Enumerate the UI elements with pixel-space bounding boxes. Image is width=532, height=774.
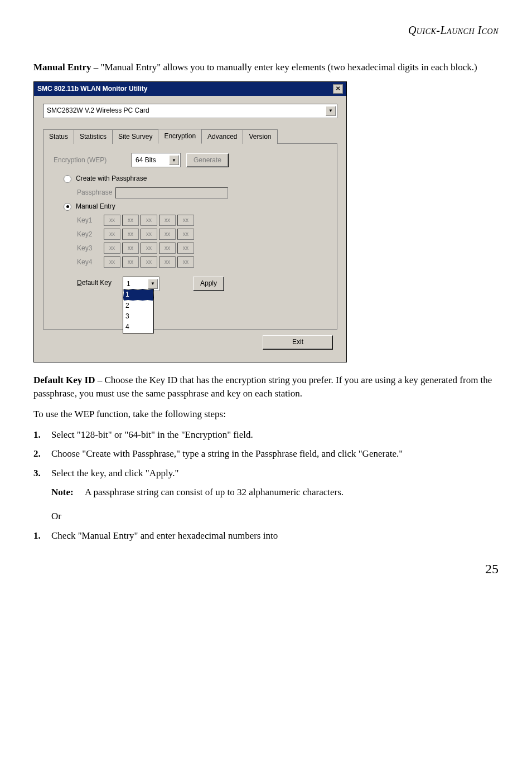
key1-row: Key1 xx xx xx xx xx: [77, 215, 327, 226]
radio-manual-row[interactable]: Manual Entry: [64, 202, 327, 211]
key3-label: Key3: [77, 244, 104, 253]
dialog-window: SMC 802.11b WLAN Monitor Utility ✕ SMC26…: [33, 81, 347, 362]
note-label: Note:: [51, 486, 85, 500]
dropdown-option-4[interactable]: 4: [123, 322, 153, 332]
dialog-titlebar: SMC 802.11b WLAN Monitor Utility ✕: [34, 82, 346, 96]
key4-cell[interactable]: xx: [122, 257, 139, 268]
encryption-bits-select[interactable]: 64 Bits ▼: [132, 153, 181, 167]
key3-cell[interactable]: xx: [122, 243, 139, 254]
steps-list-2: 1. Check "Manual Entry" and enter hexade…: [33, 529, 499, 543]
key1-label: Key1: [77, 216, 104, 225]
key1-cell[interactable]: xx: [141, 215, 157, 226]
key4-label: Key4: [77, 258, 104, 267]
key4-cell[interactable]: xx: [159, 257, 176, 268]
step-number: 3.: [33, 467, 51, 481]
chevron-down-icon[interactable]: ▼: [326, 106, 336, 116]
apply-button[interactable]: Apply: [193, 277, 224, 291]
page-header: Quick-Launch Icon: [33, 22, 499, 38]
dropdown-option-2[interactable]: 2: [123, 301, 153, 311]
step-number: 1.: [33, 529, 51, 543]
radio-passphrase-row[interactable]: Create with Passphrase: [64, 174, 327, 183]
tab-statistics[interactable]: Statistics: [74, 129, 113, 144]
dialog-body: SMC2632W V.2 Wireless PC Card ▼ Status S…: [34, 96, 346, 362]
key2-cell[interactable]: xx: [104, 229, 120, 240]
default-key-dropdown[interactable]: 1 2 3 4: [123, 289, 154, 333]
default-key-value: 1: [127, 279, 130, 289]
key2-cell[interactable]: xx: [159, 229, 176, 240]
close-icon[interactable]: ✕: [333, 84, 343, 94]
default-key-id-text: – Choose the Key ID that has the encrypt…: [33, 375, 492, 399]
step-text: Check "Manual Entry" and enter hexadecim…: [51, 529, 499, 543]
key2-cell[interactable]: xx: [141, 229, 157, 240]
tab-encryption[interactable]: Encryption: [158, 129, 202, 144]
passphrase-row: Passphrase: [77, 187, 327, 199]
step-text: Choose "Create with Passphrase," type a …: [51, 447, 499, 461]
key2-label: Key2: [77, 230, 104, 239]
dropdown-option-3[interactable]: 3: [123, 311, 153, 322]
key4-cell[interactable]: xx: [141, 257, 157, 268]
tab-status[interactable]: Status: [43, 129, 74, 144]
key4-cell[interactable]: xx: [177, 257, 194, 268]
radio-passphrase-label: Create with Passphrase: [76, 174, 147, 183]
default-key-label: Default Key: [77, 277, 123, 288]
step-text: Select "128-bit" or "64-bit" in the "Enc…: [51, 428, 499, 442]
key1-cell[interactable]: xx: [104, 215, 120, 226]
passphrase-label: Passphrase: [77, 188, 112, 197]
generate-button[interactable]: Generate: [186, 153, 229, 167]
key3-cell[interactable]: xx: [159, 243, 176, 254]
card-select[interactable]: SMC2632W V.2 Wireless PC Card ▼: [43, 104, 337, 118]
chevron-down-icon[interactable]: ▼: [148, 279, 158, 289]
wep-intro: To use the WEP function, take the follow…: [33, 408, 499, 422]
key2-cell[interactable]: xx: [122, 229, 139, 240]
intro-paragraph: Manual Entry – "Manual Entry" allows you…: [33, 61, 499, 75]
steps-list: 1. Select "128-bit" or "64-bit" in the "…: [33, 428, 499, 481]
tab-version[interactable]: Version: [243, 129, 277, 144]
default-key-row: Default Key 1 ▼ 1 2 3 4 Apply: [77, 277, 327, 291]
key1-cell[interactable]: xx: [159, 215, 176, 226]
step-number: 1.: [33, 428, 51, 442]
note-row: Note: A passphrase string can consist of…: [51, 486, 499, 500]
key3-row: Key3 xx xx xx xx xx: [77, 243, 327, 254]
tab-panel-encryption: Encryption (WEP) 64 Bits ▼ Generate Crea…: [43, 144, 337, 330]
radio-manual-label: Manual Entry: [76, 202, 115, 211]
key3-cell[interactable]: xx: [104, 243, 120, 254]
radio-manual[interactable]: [64, 203, 71, 211]
key4-row: Key4 xx xx xx xx xx: [77, 257, 327, 268]
note-text: A passphrase string can consist of up to…: [85, 486, 499, 500]
step-1: 1. Select "128-bit" or "64-bit" in the "…: [33, 428, 499, 442]
key4-cell[interactable]: xx: [104, 257, 120, 268]
tab-strip: Status Statistics Site Survey Encryption…: [43, 128, 337, 144]
radio-passphrase[interactable]: [64, 175, 71, 183]
encryption-wep-label: Encryption (WEP): [54, 156, 132, 165]
chevron-down-icon[interactable]: ▼: [169, 155, 179, 165]
step-text: Select the key, and click "Apply.": [51, 467, 499, 481]
key1-cell[interactable]: xx: [122, 215, 139, 226]
key3-cell[interactable]: xx: [141, 243, 157, 254]
default-key-paragraph: Default Key ID – Choose the Key ID that …: [33, 374, 499, 401]
step2-1: 1. Check "Manual Entry" and enter hexade…: [33, 529, 499, 543]
passphrase-input[interactable]: [115, 187, 228, 199]
intro-text: – "Manual Entry" allows you to manually …: [91, 62, 477, 72]
intro-label: Manual Entry: [33, 62, 91, 72]
card-select-value: SMC2632W V.2 Wireless PC Card: [47, 106, 149, 115]
key3-cell[interactable]: xx: [177, 243, 194, 254]
dropdown-option-1[interactable]: 1: [123, 289, 153, 300]
encryption-bits-value: 64 Bits: [136, 156, 156, 165]
step-number: 2.: [33, 447, 51, 461]
step-3: 3. Select the key, and click "Apply.": [33, 467, 499, 481]
exit-button[interactable]: Exit: [263, 335, 333, 349]
step-2: 2. Choose "Create with Passphrase," type…: [33, 447, 499, 461]
dialog-title: SMC 802.11b WLAN Monitor Utility: [37, 84, 147, 94]
key2-cell[interactable]: xx: [177, 229, 194, 240]
key2-row: Key2 xx xx xx xx xx: [77, 229, 327, 240]
tab-advanced[interactable]: Advanced: [201, 129, 243, 144]
tab-site-survey[interactable]: Site Survey: [112, 129, 158, 144]
page-number: 25: [33, 559, 499, 579]
key1-cell[interactable]: xx: [177, 215, 194, 226]
mode-group: Create with Passphrase Passphrase Manual…: [64, 174, 327, 321]
or-text: Or: [51, 510, 499, 524]
keys-grid: Key1 xx xx xx xx xx Key2 xx xx xx xx xx: [77, 215, 327, 268]
default-key-id-label: Default Key ID: [33, 375, 95, 385]
